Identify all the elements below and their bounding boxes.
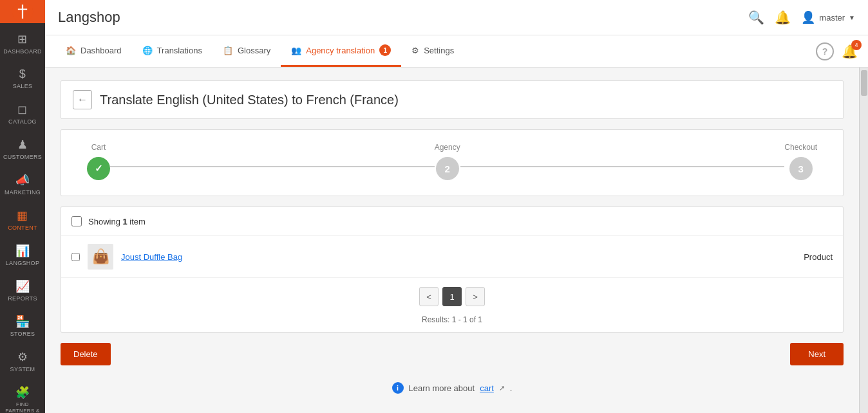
sidebar-item-dashboard[interactable]: ⊞ DASHBOARD	[0, 26, 45, 61]
step-agency-label: Agency	[435, 143, 460, 152]
customers-icon: ♟	[17, 138, 28, 152]
step-cart-circle: ✓	[87, 157, 110, 180]
footer-period: .	[510, 383, 513, 393]
back-arrow-icon: ←	[77, 94, 88, 106]
tab-translations[interactable]: 🌐 Translations	[132, 35, 212, 67]
sub-nav-right: ? 🔔 4	[816, 42, 858, 60]
sidebar: ⊞ DASHBOARD $ SALES ◻ CATALOG ♟ CUSTOMER…	[0, 0, 45, 413]
stepper-card: Cart ✓ Agency 2 Checkout 3	[61, 129, 844, 196]
footer-info: i Learn more about cart ↗ .	[61, 376, 844, 400]
main-area: Langshop 🔍 🔔 👤 master ▼ 🏠 Dashboard 🌐 Tr…	[45, 0, 868, 413]
step-checkout-circle: 3	[789, 157, 813, 180]
sidebar-item-langshop[interactable]: 📊 LANGSHOP	[0, 237, 45, 273]
delete-button[interactable]: Delete	[61, 343, 111, 365]
connector-2	[460, 166, 785, 167]
info-icon: i	[392, 382, 404, 394]
cart-link[interactable]: cart	[480, 383, 494, 393]
step-cart-label: Cart	[91, 143, 106, 152]
glossary-icon: 📋	[223, 46, 233, 55]
content-scroll-area: ← Translate English (United States) to F…	[45, 68, 868, 413]
showing-text: Showing 1 item	[88, 217, 146, 226]
nav-tabs: 🏠 Dashboard 🌐 Translations 📋 Glossary 👥 …	[55, 35, 464, 67]
pagination: < 1 >	[61, 278, 843, 315]
settings-icon: ⚙	[411, 46, 419, 55]
agency-icon: 👥	[291, 46, 301, 55]
system-icon: ⚙	[17, 350, 28, 364]
catalog-icon: ◻	[17, 102, 27, 116]
app-title: Langshop	[58, 9, 120, 26]
select-all-checkbox[interactable]	[71, 216, 82, 226]
items-table-card: Showing 1 item 👜 Joust Duffle Bag Produc…	[61, 206, 844, 333]
sidebar-item-sales[interactable]: $ SALES	[0, 61, 45, 96]
dashboard-icon: ⊞	[17, 32, 27, 46]
user-menu[interactable]: 👤 master ▼	[801, 10, 855, 24]
step-agency: Agency 2	[435, 143, 460, 180]
find-partners-icon: 🧩	[15, 385, 30, 399]
scroll-track[interactable]	[859, 68, 868, 413]
sidebar-item-find-partners[interactable]: 🧩 FIND PARTNERS & EXTENSIONS	[0, 379, 45, 413]
tab-dashboard[interactable]: 🏠 Dashboard	[55, 35, 132, 67]
stores-icon: 🏪	[15, 315, 30, 329]
row-checkbox[interactable]	[71, 253, 80, 261]
item-thumbnail: 👜	[88, 244, 113, 270]
page-title: Translate English (United States) to Fre…	[100, 93, 399, 107]
sidebar-item-stores[interactable]: 🏪 STORES	[0, 308, 45, 344]
tab-agency-translation[interactable]: 👥 Agency translation 1	[281, 35, 401, 67]
table-row: 👜 Joust Duffle Bag Product	[61, 236, 843, 278]
notification-button[interactable]: 🔔 4	[842, 44, 858, 59]
sidebar-item-catalog[interactable]: ◻ CATALOG	[0, 96, 45, 131]
home-icon: 🏠	[66, 46, 76, 55]
user-avatar-icon: 👤	[801, 10, 815, 24]
item-type: Product	[804, 252, 833, 262]
user-dropdown-icon: ▼	[849, 14, 855, 21]
bell-icon[interactable]: 🔔	[775, 10, 791, 25]
back-button[interactable]: ←	[73, 90, 92, 109]
sales-icon: $	[19, 68, 26, 81]
step-agency-circle: 2	[436, 157, 459, 180]
tab-settings[interactable]: ⚙ Settings	[401, 35, 464, 67]
logo[interactable]	[0, 0, 45, 23]
reports-icon: 📈	[15, 279, 30, 293]
stepper-row: Cart ✓ Agency 2 Checkout 3	[87, 143, 817, 180]
results-text: Results: 1 - 1 of 1	[61, 315, 843, 332]
username-label: master	[819, 13, 845, 23]
current-page-button[interactable]: 1	[442, 287, 462, 306]
header-actions: 🔍 🔔 👤 master ▼	[748, 10, 855, 25]
step-checkout-label: Checkout	[784, 143, 817, 152]
step-cart: Cart ✓	[87, 143, 110, 180]
prev-page-button[interactable]: <	[419, 287, 439, 306]
content-icon: ▦	[17, 208, 28, 223]
page-title-bar: ← Translate English (United States) to F…	[61, 80, 844, 119]
sidebar-item-content[interactable]: ▦ CONTENT	[0, 202, 45, 237]
agency-badge: 1	[379, 44, 391, 56]
help-button[interactable]: ?	[816, 42, 834, 60]
connector-1	[110, 166, 435, 167]
sidebar-item-marketing[interactable]: 📣 MARKETING	[0, 167, 45, 202]
globe-icon: 🌐	[142, 46, 153, 55]
external-link-icon: ↗	[499, 384, 505, 392]
sidebar-item-customers[interactable]: ♟ CUSTOMERS	[0, 131, 45, 167]
marketing-icon: 📣	[15, 173, 30, 187]
step-checkout: Checkout 3	[784, 143, 817, 180]
sub-nav: 🏠 Dashboard 🌐 Translations 📋 Glossary 👥 …	[45, 35, 868, 68]
item-name-link[interactable]: Joust Duffle Bag	[121, 252, 796, 262]
table-header: Showing 1 item	[61, 207, 843, 236]
top-header: Langshop 🔍 🔔 👤 master ▼	[45, 0, 868, 35]
action-row: Delete Next	[61, 343, 844, 365]
page-content: ← Translate English (United States) to F…	[45, 68, 859, 413]
next-page-button[interactable]: >	[466, 287, 485, 306]
scroll-thumb[interactable]	[861, 70, 867, 96]
tab-glossary[interactable]: 📋 Glossary	[212, 35, 281, 67]
footer-learn-more-text: Learn more about	[409, 383, 475, 393]
sidebar-item-system[interactable]: ⚙ SYSTEM	[0, 344, 45, 379]
next-button[interactable]: Next	[790, 343, 844, 365]
search-icon[interactable]: 🔍	[748, 10, 764, 25]
sidebar-item-reports[interactable]: 📈 REPORTS	[0, 273, 45, 308]
notification-badge: 4	[851, 40, 862, 50]
langshop-icon: 📊	[15, 244, 30, 258]
